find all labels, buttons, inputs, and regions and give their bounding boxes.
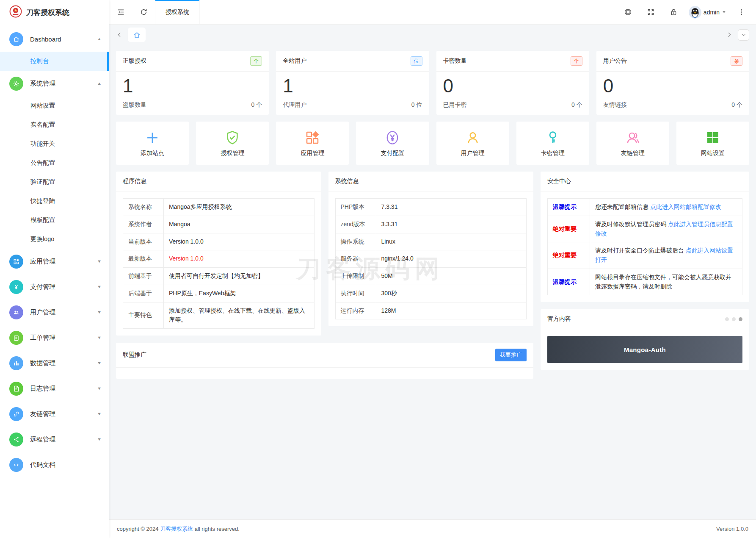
stat-value: 1 [116,72,269,96]
sidebar-item-apps[interactable]: 应用管理▼ [0,249,109,274]
info-label: PHP版本 [335,199,376,216]
info-label: 主要特色 [123,302,164,328]
user-menu[interactable]: admin [685,0,730,24]
info-row: 前端基于使用者可自行开发定制【均无加密】 [123,268,315,285]
sidebar-subitem-feature-switch[interactable]: 功能开关 [0,134,109,153]
caret-down-icon: ▼ [97,285,102,289]
sidebar-item-label: 用户管理 [30,308,97,316]
security-text: 网站根目录存在压缩包文件，可能会被人恶意获取并泄露数据库密码，请及时删除 [590,269,742,295]
sidebar-subitem-site-settings[interactable]: 网站设置 [0,96,109,115]
carousel-dot-3[interactable] [739,317,742,321]
quick-action-pay-config[interactable]: 支付配置 [356,122,429,165]
quick-action-add-site[interactable]: 添加站点 [116,122,189,165]
fullscreen-icon[interactable] [640,0,662,24]
quick-action-app-manage[interactable]: 应用管理 [276,122,349,165]
quick-action-label: 支付配置 [381,150,404,157]
sidebar-item-logs[interactable]: 日志管理▼ [0,376,109,401]
stat-card-head: 全站用户位 [276,51,429,72]
stat-sub-label: 盗版数量 [123,101,146,109]
username: admin [704,9,720,16]
app-grid-icon [304,130,320,146]
quick-action-auth-manage[interactable]: 授权管理 [196,122,269,165]
sidebar-item-friendlinks[interactable]: 友链管理▼ [0,401,109,427]
stat-sub-label: 已用卡密 [443,101,467,109]
lock-icon[interactable] [662,0,685,24]
stat-value: 0 [596,72,749,96]
sidebar-item-remote[interactable]: 远程管理▼ [0,427,109,452]
info-left-column: 程序信息 系统名称Mangoa多应用授权系统系统作者Mangoa当前版本Vers… [116,172,533,379]
globe-icon[interactable] [617,0,640,24]
log-icon [9,382,23,396]
info-row: 最新版本Version 1.0.0 [123,250,315,268]
info-value: 7.3.31 [376,199,527,216]
info-value: Mangoa多应用授权系统 [164,199,315,216]
sidebar-item-users[interactable]: 用户管理▼ [0,300,109,325]
sidebar-item-codedocs[interactable]: 代码文档 [0,452,109,477]
sidebar-menu: Dashboard▲控制台系统管理▲网站设置实名配置功能开关公告配置验证配置快捷… [0,25,109,538]
collapse-sidebar-icon[interactable] [109,0,132,24]
info-value: Version 1.0.0 [164,250,315,268]
footer-site-link[interactable]: 刀客授权系统 [160,526,193,532]
person-icon [465,130,481,146]
stat-sub-value: 0 个 [251,101,262,109]
quick-action-link-manage[interactable]: 友链管理 [596,122,669,165]
official-banner[interactable]: Mangoa-Auth [547,336,742,363]
submenu-dashboard: 控制台 [0,52,109,71]
info-row: 运行内存128M [335,302,527,319]
sidebar-item-system[interactable]: 系统管理▲ [0,71,109,96]
sidebar-subitem-verify-config[interactable]: 验证配置 [0,172,109,191]
submenu-system: 网站设置实名配置功能开关公告配置验证配置快捷登陆模板配置更换logo [0,96,109,249]
app-title: 刀客授权系统 [26,8,69,17]
refresh-icon[interactable] [132,0,155,24]
sidebar-item-dashboard[interactable]: Dashboard▲ [0,26,109,52]
home-tab-button[interactable] [128,28,146,42]
info-label: 当前版本 [123,233,164,250]
security-text: 您还未配置邮箱信息 点此进入网站邮箱配置修改 [590,199,742,216]
info-row: PHP版本7.3.31 [335,199,527,216]
chevron-right-icon[interactable] [726,31,733,38]
sidebar-subitem-realname-config[interactable]: 实名配置 [0,115,109,134]
security-link[interactable]: 点此进入网站邮箱配置修改 [650,203,721,210]
sidebar-subitem-announce-config[interactable]: 公告配置 [0,153,109,172]
sidebar-subitem-template-config[interactable]: 模板配置 [0,211,109,230]
info-row: 操作系统Linux [335,233,527,250]
topbar: 授权系统 admin [109,0,756,25]
quick-action-user-manage[interactable]: 用户管理 [436,122,509,165]
security-text: 请及时修改默认管理员密码 点此进入管理员信息配置修改 [590,216,742,242]
info-label: 操作系统 [335,233,376,250]
tab-auth-system[interactable]: 授权系统 [155,0,200,24]
sidebar-subitem-console[interactable]: 控制台 [0,52,109,71]
info-label: 系统名称 [123,199,164,216]
chevron-left-icon[interactable] [116,31,123,38]
info-right-column: 安全中心 温馨提示您还未配置邮箱信息 点此进入网站邮箱配置修改绝对重要请及时修改… [541,172,749,370]
sidebar-item-label: 代码文档 [30,461,101,469]
carousel-dot-2[interactable] [732,317,736,321]
stat-sub-label: 代理用户 [283,101,306,109]
app-logo[interactable]: 刀客授权系统 [0,0,109,25]
quick-action-label: 用户管理 [461,150,485,157]
quick-action-site-settings[interactable]: 网站设置 [676,122,749,165]
info-row: 执行时间300秒 [335,285,527,302]
stat-card-foot: 已用卡密0 个 [436,96,589,115]
kebab-menu-icon[interactable] [730,0,753,24]
info-label: 最新版本 [123,250,164,268]
sidebar-item-label: 应用管理 [30,258,97,266]
info-label: 执行时间 [335,285,376,302]
main-area: 授权系统 admin 正版授权 [109,0,756,538]
security-message: 网站根目录存在压缩包文件，可能会被人恶意获取并泄露数据库密码，请及时删除 [595,274,731,290]
sidebar-subitem-change-logo[interactable]: 更换logo [0,230,109,249]
stat-value: 0 [436,72,589,96]
sidebar-item-tickets[interactable]: 工单管理▼ [0,325,109,350]
carousel-dot-1[interactable] [725,317,729,321]
caret-up-icon: ▲ [97,81,102,86]
tab-options-button[interactable] [738,29,749,41]
sidebar-item-data[interactable]: 数据管理▼ [0,350,109,376]
caret-down-icon: ▼ [97,361,102,365]
quick-action-card-manage[interactable]: 卡密管理 [516,122,589,165]
promote-button[interactable]: 我要推广 [495,349,527,361]
sidebar-item-payment[interactable]: 支付管理▼ [0,274,109,300]
code-icon [9,458,23,472]
promotion-card: 联盟推广 我要推广 [116,343,533,379]
stat-sub-value: 0 位 [411,101,422,109]
sidebar-subitem-quick-login[interactable]: 快捷登陆 [0,191,109,211]
